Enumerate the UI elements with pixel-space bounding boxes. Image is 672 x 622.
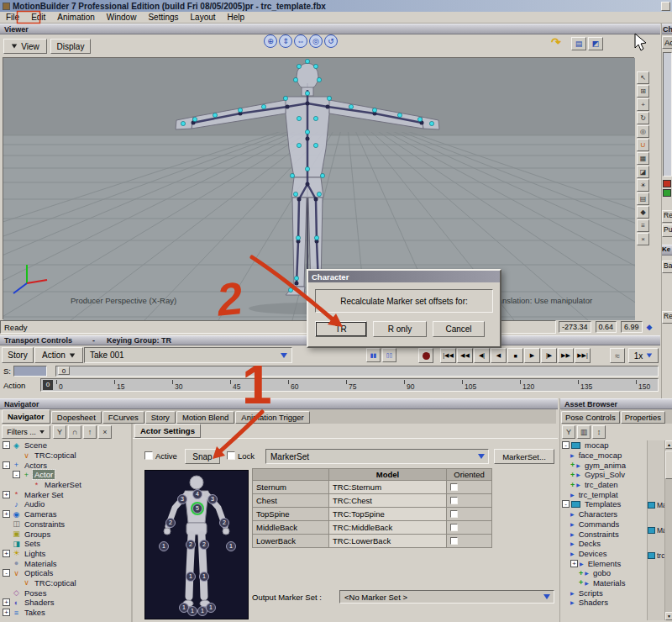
markerset-button[interactable]: MarkerSet... bbox=[494, 449, 554, 464]
cancel-button[interactable]: Cancel bbox=[433, 321, 485, 337]
tree-item-trc-optical[interactable]: ∨TRC:optical bbox=[0, 451, 130, 461]
asset-item-characters[interactable]: ▶Characters bbox=[560, 509, 646, 519]
tree-toggle[interactable]: + bbox=[570, 560, 578, 567]
marker-table-row[interactable]: SternumTRC:Sternum bbox=[252, 481, 492, 494]
asset-item-materials[interactable]: +▶Materials bbox=[560, 578, 646, 588]
dolly-icon[interactable]: ⇕ bbox=[279, 34, 292, 48]
sort-icon[interactable]: ↕ bbox=[592, 425, 606, 439]
play-button[interactable]: ▶ bbox=[524, 348, 540, 363]
tree-item-materials[interactable]: ●Materials bbox=[0, 558, 130, 568]
shade-icon[interactable]: ◪ bbox=[637, 166, 649, 178]
menu-file[interactable]: File bbox=[0, 12, 25, 24]
tree-toggle[interactable]: + bbox=[3, 609, 10, 616]
select-icon[interactable]: ↖ bbox=[637, 71, 649, 84]
playback-speed-combo[interactable]: 1x bbox=[628, 348, 659, 363]
prev-key-button[interactable]: ◀◀ bbox=[457, 348, 473, 363]
marker-oriented-cell[interactable] bbox=[447, 521, 492, 535]
story-button[interactable]: Story bbox=[2, 347, 34, 363]
undo-view-icon[interactable]: ↷ bbox=[551, 35, 561, 49]
viewer-panel-header[interactable]: Viewer bbox=[0, 24, 660, 34]
translate-icon[interactable]: + bbox=[637, 98, 649, 111]
keyframe-icon[interactable]: ◆ bbox=[647, 323, 653, 331]
tree-toggle[interactable]: + bbox=[3, 491, 10, 498]
asset-item-gypsi-solv[interactable]: +▶Gypsi_Solv bbox=[560, 470, 646, 480]
s-value-field[interactable] bbox=[13, 366, 47, 377]
close-icon[interactable]: × bbox=[637, 233, 649, 245]
view-menu-button[interactable]: View bbox=[3, 39, 47, 54]
tree-item-cameras[interactable]: +◉Cameras bbox=[0, 509, 130, 519]
asset-item-trc-templat[interactable]: ▶trc_templat bbox=[560, 489, 646, 499]
oriented-checkbox[interactable] bbox=[450, 537, 458, 545]
tree-item-audio[interactable]: ♪Audio bbox=[0, 499, 130, 509]
magnet-icon[interactable]: U bbox=[637, 139, 649, 151]
tab-properties[interactable]: Properties bbox=[621, 411, 665, 424]
display-menu-button[interactable]: Display bbox=[50, 39, 91, 54]
truck-icon[interactable]: ⇔ bbox=[294, 34, 307, 48]
figure-marker[interactable]: 5 bbox=[192, 503, 202, 514]
marquee-icon[interactable]: ⊞ bbox=[637, 85, 649, 98]
goto-end-button[interactable]: ▶▶| bbox=[575, 348, 591, 363]
asset-item-gobo[interactable]: +▶gobo bbox=[560, 568, 646, 578]
asset-item-devices[interactable]: ▶Devices bbox=[560, 549, 646, 559]
gizmo-icon[interactable]: ◆ bbox=[637, 206, 649, 219]
s-timeline-ruler[interactable]: 0 bbox=[55, 366, 659, 377]
texture-icon[interactable]: ▤ bbox=[637, 192, 649, 205]
next-key-button[interactable]: ▶▶ bbox=[558, 348, 574, 363]
character-panel-header[interactable]: Cha bbox=[662, 24, 672, 34]
asset-preview-item[interactable]: Malcol bbox=[648, 499, 664, 510]
tree-item-actors[interactable]: -+Actors bbox=[0, 460, 130, 470]
tree-item-opticals[interactable]: -∨Opticals bbox=[0, 568, 130, 578]
tree-item-shaders[interactable]: +◐Shaders bbox=[0, 598, 130, 608]
asset-item-decks[interactable]: ▶Decks bbox=[560, 539, 646, 549]
light-icon[interactable]: ☀ bbox=[637, 179, 649, 192]
tree-item-groups[interactable]: ▣Groups bbox=[0, 529, 130, 539]
tr-button[interactable]: TR bbox=[315, 321, 367, 337]
rotate-icon[interactable]: ↻ bbox=[637, 112, 649, 124]
asset-item-commands[interactable]: ▶Commands bbox=[560, 519, 646, 530]
display-frames-icon[interactable]: ▯▯ bbox=[382, 348, 396, 362]
panel-button[interactable]: Re bbox=[662, 210, 672, 223]
figure-marker[interactable]: 2 bbox=[219, 518, 229, 528]
asset-item-constraints[interactable]: ▶Constraints bbox=[560, 529, 646, 539]
current-frame-handle[interactable]: 0 bbox=[43, 380, 53, 390]
s-timeline-marker[interactable]: 0 bbox=[58, 366, 70, 375]
record-button[interactable] bbox=[418, 348, 433, 363]
tab-pose-controls[interactable]: Pose Controls bbox=[561, 411, 620, 424]
pan-icon[interactable]: ⊕ bbox=[264, 34, 277, 48]
asset-item-gym-anima[interactable]: +▶gym_anima bbox=[560, 460, 646, 470]
figure-marker[interactable]: 1 bbox=[187, 606, 197, 616]
up-icon[interactable]: ↑ bbox=[83, 425, 97, 439]
titlebar-button[interactable] bbox=[661, 2, 670, 11]
action-timeline-ruler[interactable]: 0 0153045607590105120135150 bbox=[40, 378, 659, 392]
markerset-combo[interactable]: MarkerSet bbox=[265, 449, 489, 464]
play-reverse-button[interactable]: ◀ bbox=[491, 348, 507, 363]
figure-marker[interactable]: 3 bbox=[207, 494, 218, 504]
asset-item-scripts[interactable]: ▶Scripts bbox=[560, 588, 646, 598]
oriented-checkbox[interactable] bbox=[450, 524, 458, 531]
lock-icon[interactable]: ∩ bbox=[68, 425, 81, 439]
prev-frame-button[interactable]: ◀| bbox=[474, 348, 490, 363]
tab-fcurves[interactable]: FCurves bbox=[102, 411, 144, 424]
tree-item-poses[interactable]: ◇Poses bbox=[0, 588, 130, 598]
tree-item-takes[interactable]: +≡Takes bbox=[0, 608, 130, 618]
marker-model-cell[interactable]: TRC:LowerBack bbox=[329, 535, 447, 548]
figure-marker[interactable]: 2 bbox=[186, 540, 196, 550]
tab-navigator[interactable]: Navigator bbox=[2, 409, 50, 424]
filters-button[interactable]: Filters ... bbox=[2, 425, 50, 439]
marker-model-cell[interactable]: TRC:Sternum bbox=[329, 481, 447, 494]
asset-item-trc-daten[interactable]: +▶trc_daten bbox=[560, 480, 646, 490]
figure-marker[interactable]: 2 bbox=[165, 518, 176, 528]
scroll-up-icon[interactable]: ▲ bbox=[665, 440, 672, 449]
snapshot-icon[interactable]: ◩ bbox=[588, 37, 603, 50]
tab-dopesheet[interactable]: Dopesheet bbox=[51, 411, 102, 424]
menu-help[interactable]: Help bbox=[222, 12, 251, 24]
oriented-checkbox[interactable] bbox=[450, 483, 458, 491]
actor-settings-tab[interactable]: Actor Settings bbox=[134, 424, 201, 438]
tree-toggle[interactable]: - bbox=[13, 471, 20, 478]
figure-marker[interactable]: 1 bbox=[159, 541, 169, 551]
asset-item-elements[interactable]: +▶Elements bbox=[560, 558, 646, 568]
grid-icon[interactable]: ▦ bbox=[637, 152, 649, 165]
marker-oriented-cell[interactable] bbox=[447, 535, 492, 548]
tree-item-actor[interactable]: -+Actor bbox=[0, 470, 130, 480]
marker-table-row[interactable]: MiddleBackTRC:MiddleBack bbox=[252, 521, 492, 535]
